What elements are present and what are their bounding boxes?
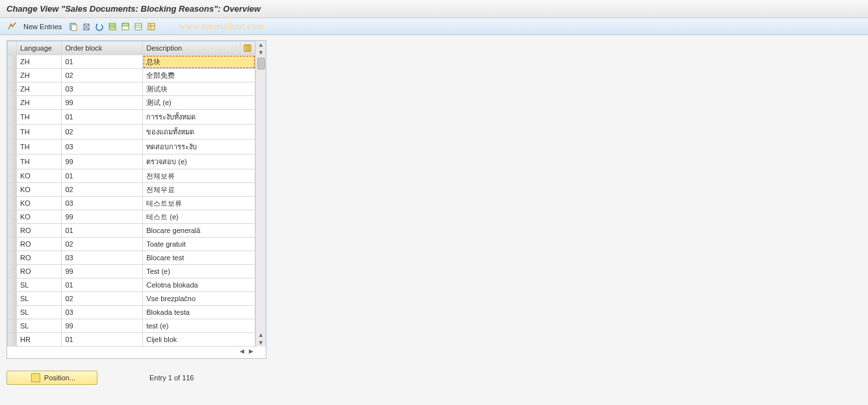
cell-description[interactable]: Blocare generală <box>143 224 255 238</box>
cell-language[interactable]: ZH <box>17 55 62 69</box>
cell-description[interactable]: Toate gratuit <box>143 238 255 251</box>
cell-order-block[interactable]: 99 <box>62 210 143 224</box>
row-selector[interactable] <box>8 306 17 319</box>
cell-order-block[interactable]: 03 <box>62 306 143 319</box>
cell-order-block[interactable]: 02 <box>62 125 143 140</box>
cell-language[interactable]: HR <box>17 333 62 347</box>
cell-order-block[interactable]: 01 <box>62 169 143 183</box>
cell-description[interactable]: Blocare test <box>143 251 255 265</box>
row-selector[interactable] <box>8 125 17 140</box>
row-selector[interactable] <box>8 251 17 265</box>
toggle-icon[interactable] <box>6 21 17 32</box>
copy-icon[interactable] <box>68 21 79 32</box>
cell-description[interactable]: ทดสอบการระงับ <box>143 140 255 154</box>
row-selector[interactable] <box>8 110 17 125</box>
row-selector[interactable] <box>8 278 17 292</box>
row-selector[interactable] <box>8 224 17 238</box>
table-settings-icon[interactable] <box>146 21 157 32</box>
row-selector[interactable] <box>8 154 17 169</box>
cell-description[interactable]: 전체무료 <box>143 183 255 197</box>
cell-description[interactable]: test (e) <box>143 319 255 333</box>
cell-order-block[interactable]: 03 <box>62 140 143 154</box>
cell-order-block[interactable]: 01 <box>62 55 143 69</box>
cell-order-block[interactable]: 02 <box>62 238 143 251</box>
cell-order-block[interactable]: 03 <box>62 251 143 265</box>
cell-language[interactable]: TH <box>17 110 62 125</box>
cell-language[interactable]: TH <box>17 140 62 154</box>
column-header-description[interactable]: Description <box>143 42 240 55</box>
cell-description[interactable]: Vse brezplačno <box>143 292 255 306</box>
column-header-order-block[interactable]: Order block <box>62 42 143 55</box>
row-selector[interactable] <box>8 169 17 183</box>
cell-description[interactable]: 전체보류 <box>143 169 255 183</box>
cell-order-block[interactable]: 01 <box>62 110 143 125</box>
cell-description[interactable]: Celotna blokada <box>143 278 255 292</box>
cell-description[interactable]: การระงับทั้งหมด <box>143 110 255 125</box>
cell-order-block[interactable]: 01 <box>62 333 143 347</box>
row-selector[interactable] <box>8 319 17 333</box>
scroll-down-step-icon[interactable]: ▼ <box>257 49 265 56</box>
vertical-scrollbar[interactable]: ▲ ▼ ▲ ▼ <box>255 41 266 347</box>
row-selector[interactable] <box>8 238 17 251</box>
cell-language[interactable]: TH <box>17 125 62 140</box>
cell-language[interactable]: ZH <box>17 96 62 110</box>
cell-description[interactable]: ของแถมทั้งหมด <box>143 125 255 140</box>
cell-order-block[interactable]: 01 <box>62 278 143 292</box>
cell-order-block[interactable]: 99 <box>62 319 143 333</box>
cell-description[interactable]: Blokada testa <box>143 306 255 319</box>
cell-description[interactable]: 测试块 <box>143 82 255 96</box>
column-header-language[interactable]: Language <box>17 42 62 55</box>
select-all-icon[interactable] <box>107 21 118 32</box>
row-selector[interactable] <box>8 82 17 96</box>
row-selector[interactable] <box>8 265 17 278</box>
cell-order-block[interactable]: 99 <box>62 265 143 278</box>
cell-order-block[interactable]: 99 <box>62 154 143 169</box>
cell-description[interactable]: Test (e) <box>143 265 255 278</box>
row-selector[interactable] <box>8 55 17 69</box>
cell-language[interactable]: RO <box>17 224 62 238</box>
row-selector[interactable] <box>8 333 17 347</box>
cell-language[interactable]: KO <box>17 197 62 210</box>
cell-language[interactable]: SL <box>17 319 62 333</box>
cell-order-block[interactable]: 02 <box>62 292 143 306</box>
cell-order-block[interactable]: 02 <box>62 69 143 82</box>
delete-icon[interactable] <box>81 21 92 32</box>
row-selector[interactable] <box>8 69 17 82</box>
cell-language[interactable]: KO <box>17 183 62 197</box>
position-button[interactable]: Position... <box>6 371 97 385</box>
row-selector-header[interactable] <box>8 42 17 55</box>
cell-language[interactable]: RO <box>17 238 62 251</box>
row-selector[interactable] <box>8 197 17 210</box>
cell-language[interactable]: RO <box>17 251 62 265</box>
scroll-up-bottom-icon[interactable]: ▲ <box>257 331 265 339</box>
deselect-all-icon[interactable] <box>133 21 144 32</box>
configure-columns-icon[interactable] <box>240 42 255 55</box>
row-selector[interactable] <box>8 96 17 110</box>
cell-language[interactable]: SL <box>17 278 62 292</box>
cell-order-block[interactable]: 99 <box>62 96 143 110</box>
cell-language[interactable]: SL <box>17 292 62 306</box>
horizontal-scrollbar[interactable]: ◀ ▶ <box>7 347 266 354</box>
undo-icon[interactable] <box>94 21 105 32</box>
cell-description[interactable]: 테스트보류 <box>143 197 255 210</box>
row-selector[interactable] <box>8 140 17 154</box>
row-selector[interactable] <box>8 210 17 224</box>
cell-language[interactable]: RO <box>17 265 62 278</box>
cell-description[interactable]: 全部免费 <box>143 69 255 82</box>
cell-description[interactable]: 테스트 (e) <box>143 210 255 224</box>
cell-order-block[interactable]: 01 <box>62 224 143 238</box>
cell-description[interactable]: ตรวจสอบ (e) <box>143 154 255 169</box>
cell-language[interactable]: ZH <box>17 69 62 82</box>
row-selector[interactable] <box>8 183 17 197</box>
cell-order-block[interactable]: 02 <box>62 183 143 197</box>
cell-description[interactable]: 测试 (e) <box>143 96 255 110</box>
scroll-right-icon[interactable]: ▶ <box>249 348 255 354</box>
new-entries-button[interactable]: New Entries <box>19 23 66 31</box>
cell-language[interactable]: KO <box>17 210 62 224</box>
select-block-icon[interactable] <box>120 21 131 32</box>
cell-language[interactable]: TH <box>17 154 62 169</box>
cell-description[interactable]: 总块 <box>143 55 255 69</box>
scroll-down-icon[interactable]: ▼ <box>257 339 265 347</box>
cell-language[interactable]: KO <box>17 169 62 183</box>
cell-order-block[interactable]: 03 <box>62 82 143 96</box>
